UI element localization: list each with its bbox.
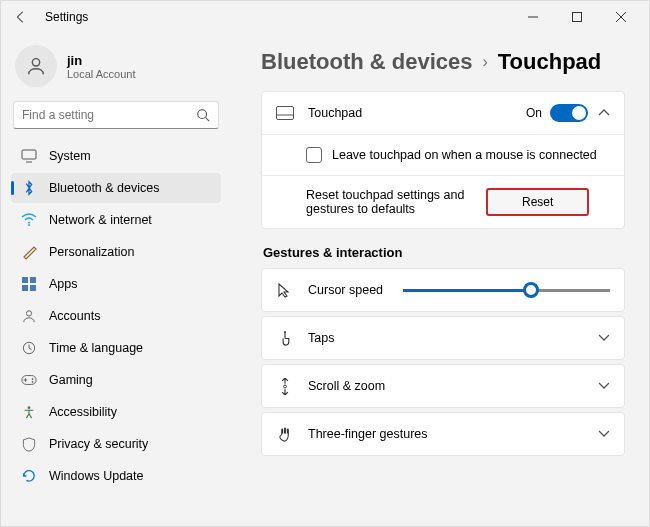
nav-network[interactable]: Network & internet: [11, 205, 221, 235]
nav-gaming[interactable]: Gaming: [11, 365, 221, 395]
nav-label: Gaming: [49, 373, 93, 387]
maximize-button[interactable]: [555, 3, 599, 31]
update-icon: [21, 468, 37, 484]
nav-time[interactable]: Time & language: [11, 333, 221, 363]
svg-line-4: [206, 118, 210, 122]
nav-system[interactable]: System: [11, 141, 221, 171]
reset-label: Reset touchpad settings and gestures to …: [306, 188, 486, 216]
accessibility-icon: [21, 404, 37, 420]
nav-privacy[interactable]: Privacy & security: [11, 429, 221, 459]
window-title: Settings: [45, 10, 88, 24]
nav-apps[interactable]: Apps: [11, 269, 221, 299]
touchpad-label: Touchpad: [308, 106, 526, 120]
chevron-down-icon: [598, 382, 610, 390]
svg-point-7: [28, 224, 30, 226]
hand-icon: [276, 425, 294, 443]
nav-personalization[interactable]: Personalization: [11, 237, 221, 267]
taps-card[interactable]: Taps: [261, 316, 625, 360]
nav-label: Accounts: [49, 309, 100, 323]
cursor-icon: [276, 281, 294, 299]
nav-bluetooth[interactable]: Bluetooth & devices: [11, 173, 221, 203]
svg-point-16: [32, 381, 34, 383]
nav-label: Accessibility: [49, 405, 117, 419]
nav-update[interactable]: Windows Update: [11, 461, 221, 491]
svg-rect-11: [30, 285, 36, 291]
leave-on-row[interactable]: Leave touchpad on when a mouse is connec…: [262, 134, 624, 175]
gestures-title: Gestures & interaction: [263, 245, 625, 260]
nav-label: System: [49, 149, 91, 163]
scroll-icon: [276, 377, 294, 395]
profile[interactable]: jin Local Account: [15, 45, 217, 87]
svg-rect-5: [22, 150, 36, 159]
breadcrumb-parent[interactable]: Bluetooth & devices: [261, 49, 472, 75]
search-box[interactable]: [13, 101, 219, 129]
profile-name: jin: [67, 53, 136, 68]
leave-on-label: Leave touchpad on when a mouse is connec…: [332, 148, 597, 162]
page-title: Touchpad: [498, 49, 601, 75]
clock-icon: [21, 340, 37, 356]
bluetooth-icon: [21, 180, 37, 196]
nav-label: Apps: [49, 277, 78, 291]
nav-label: Windows Update: [49, 469, 144, 483]
chevron-down-icon: [598, 334, 610, 342]
gaming-icon: [21, 372, 37, 388]
chevron-down-icon: [598, 430, 610, 438]
scroll-zoom-card[interactable]: Scroll & zoom: [261, 364, 625, 408]
svg-point-3: [198, 110, 207, 119]
svg-point-17: [28, 406, 31, 409]
svg-point-15: [32, 378, 34, 380]
svg-rect-8: [22, 277, 28, 283]
three-finger-card[interactable]: Three-finger gestures: [261, 412, 625, 456]
apps-icon: [21, 276, 37, 292]
leave-on-checkbox[interactable]: [306, 147, 322, 163]
avatar: [15, 45, 57, 87]
search-icon: [196, 108, 210, 122]
reset-button[interactable]: Reset: [486, 188, 589, 216]
taps-label: Taps: [308, 331, 588, 345]
profile-sub: Local Account: [67, 68, 136, 80]
chevron-right-icon: ›: [482, 53, 487, 71]
close-button[interactable]: [599, 3, 643, 31]
nav-accounts[interactable]: Accounts: [11, 301, 221, 331]
chevron-up-icon[interactable]: [598, 109, 610, 117]
minimize-button[interactable]: [511, 3, 555, 31]
svg-rect-18: [277, 107, 294, 120]
touchpad-icon: [276, 104, 294, 122]
svg-point-2: [32, 59, 39, 66]
svg-rect-9: [30, 277, 36, 283]
touchpad-card: Touchpad On Leave touchpad on when a mou…: [261, 91, 625, 229]
three-finger-label: Three-finger gestures: [308, 427, 588, 441]
svg-point-20: [284, 330, 286, 332]
back-button[interactable]: [7, 3, 35, 31]
touchpad-toggle[interactable]: [550, 104, 588, 122]
svg-rect-1: [573, 13, 582, 22]
system-icon: [21, 148, 37, 164]
nav-label: Personalization: [49, 245, 134, 259]
touchpad-state: On: [526, 106, 542, 120]
sidebar: jin Local Account System Bluetooth & dev…: [1, 33, 231, 526]
touchpad-row[interactable]: Touchpad On: [262, 92, 624, 134]
shield-icon: [21, 436, 37, 452]
svg-rect-10: [22, 285, 28, 291]
wifi-icon: [21, 212, 37, 228]
user-icon: [21, 308, 37, 324]
cursor-speed-card[interactable]: Cursor speed: [261, 268, 625, 312]
cursor-speed-slider[interactable]: [403, 289, 610, 292]
brush-icon: [21, 244, 37, 260]
nav-accessibility[interactable]: Accessibility: [11, 397, 221, 427]
nav-label: Privacy & security: [49, 437, 148, 451]
scroll-zoom-label: Scroll & zoom: [308, 379, 588, 393]
nav-label: Network & internet: [49, 213, 152, 227]
reset-row: Reset touchpad settings and gestures to …: [262, 175, 624, 228]
svg-point-12: [26, 311, 31, 316]
search-input[interactable]: [22, 108, 196, 122]
nav-label: Bluetooth & devices: [49, 181, 160, 195]
tap-icon: [276, 329, 294, 347]
breadcrumb: Bluetooth & devices › Touchpad: [261, 49, 631, 75]
svg-point-21: [284, 385, 287, 388]
cursor-speed-label: Cursor speed: [308, 283, 383, 297]
nav-label: Time & language: [49, 341, 143, 355]
